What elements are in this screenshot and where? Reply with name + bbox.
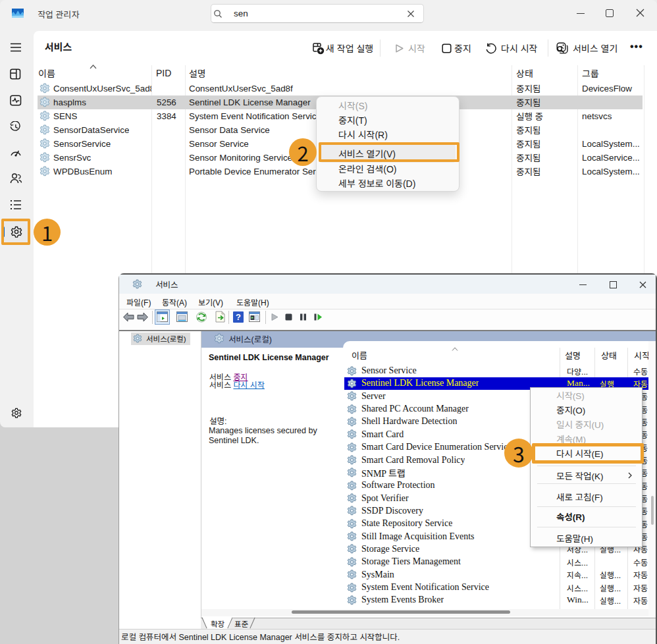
- svg-text:?: ?: [236, 312, 241, 322]
